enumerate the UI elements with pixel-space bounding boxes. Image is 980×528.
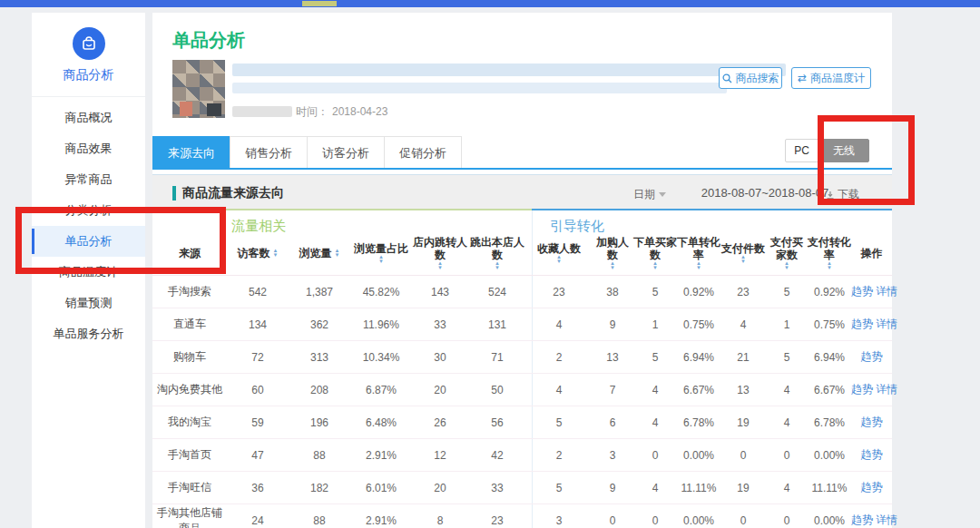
- cell-value: 4: [633, 384, 677, 396]
- cell-value: 6.78%: [808, 416, 851, 429]
- cell-value: 313: [289, 351, 350, 364]
- sort-icon[interactable]: ▲▼: [784, 261, 789, 270]
- col-header-加购人数[interactable]: 加购人数▲▼: [592, 236, 633, 270]
- col-header-浏览量[interactable]: 浏览量▲▼: [289, 247, 350, 259]
- cell-value: 6.78%: [677, 416, 720, 429]
- cell-value: 45.82%: [350, 286, 412, 298]
- tab-促销分析[interactable]: 促销分析: [384, 136, 462, 169]
- detail-link[interactable]: 详情: [876, 513, 897, 526]
- cell-value: 12: [412, 449, 468, 462]
- trend-link[interactable]: 趋势: [851, 318, 873, 330]
- table-row-手淘搜索: 手淘搜索5421,38745.82%143524233850.92%2350.9…: [152, 276, 892, 308]
- product-meta: 时间： 2018-04-23: [232, 105, 387, 118]
- sort-icon[interactable]: ▲▼: [610, 261, 615, 270]
- app-logo: 商品分析: [32, 13, 145, 97]
- trend-link[interactable]: 趋势: [851, 383, 873, 396]
- col-header-下单买家数[interactable]: 下单买家数▲▼: [633, 236, 677, 270]
- sort-icon[interactable]: ▲▼: [437, 261, 443, 270]
- cell-source: 手淘首页: [152, 447, 227, 463]
- cell-value: 0: [766, 449, 808, 462]
- conversion-group-title: 引导转化: [550, 218, 604, 235]
- col-header-浏览量占比[interactable]: 浏览量占比▲▼: [350, 242, 412, 264]
- sidebar-item-商品效果[interactable]: 商品效果: [32, 133, 145, 164]
- cell-value: 0: [720, 449, 766, 462]
- product-thermometer-button[interactable]: ⇄ 商品温度计: [791, 67, 871, 89]
- sort-icon[interactable]: ▲▼: [827, 261, 832, 270]
- table-body: 手淘搜索5421,38745.82%143524233850.92%2350.9…: [152, 276, 892, 528]
- cell-value: 6.94%: [808, 351, 851, 364]
- sort-icon[interactable]: ▲▼: [335, 249, 340, 258]
- tab-访客分析[interactable]: 访客分析: [307, 136, 384, 169]
- trend-link[interactable]: 趋势: [861, 416, 883, 428]
- cell-value: 19: [720, 416, 766, 429]
- cell-value: 2: [526, 449, 592, 462]
- cell-value: 20: [412, 384, 468, 396]
- date-range-picker[interactable]: 2018-08-07~2018-08-07: [692, 186, 838, 200]
- sidebar-item-销量预测[interactable]: 销量预测: [32, 288, 145, 318]
- sort-icon[interactable]: ▲▼: [495, 261, 500, 270]
- cell-value: 524: [468, 286, 526, 298]
- sort-icon[interactable]: ▲▼: [273, 249, 279, 258]
- cell-value: 5: [633, 286, 677, 298]
- col-header-支付买家数[interactable]: 支付买家数▲▼: [766, 236, 808, 270]
- sidebar-item-单品服务分析[interactable]: 单品服务分析: [32, 318, 145, 349]
- sidebar-item-异常商品[interactable]: 异常商品: [32, 164, 145, 195]
- sort-icon[interactable]: ▲▼: [740, 255, 746, 264]
- cell-value: 5: [766, 351, 808, 364]
- sidebar-item-商品概况[interactable]: 商品概况: [32, 103, 145, 133]
- cell-value: 23: [468, 514, 526, 527]
- col-header-收藏人数[interactable]: 收藏人数▲▼: [526, 242, 592, 264]
- cell-value: 30: [412, 351, 468, 364]
- col-header-访客数[interactable]: 访客数▲▼: [227, 247, 289, 259]
- cell-value: 6: [592, 416, 633, 429]
- tab-销售分析[interactable]: 销售分析: [230, 136, 307, 169]
- cell-value: 56: [468, 416, 526, 429]
- cell-value: 33: [468, 482, 526, 494]
- trend-link[interactable]: 趋势: [861, 448, 883, 461]
- cell-value: 182: [289, 482, 350, 494]
- table-group-titles: 流量相关 引导转化: [152, 210, 892, 234]
- trend-link[interactable]: 趋势: [851, 513, 873, 526]
- detail-link[interactable]: 详情: [876, 285, 897, 298]
- sort-icon[interactable]: ▲▼: [696, 261, 701, 270]
- detail-link[interactable]: 详情: [876, 383, 897, 396]
- date-dropdown[interactable]: 日期: [633, 187, 666, 202]
- sort-icon[interactable]: ▲▼: [378, 255, 384, 264]
- detail-link[interactable]: 详情: [876, 318, 897, 330]
- cell-value: 1,387: [289, 286, 350, 298]
- col-header-店内跳转人数[interactable]: 店内跳转人数▲▼: [412, 236, 468, 270]
- col-header-支付件数[interactable]: 支付件数▲▼: [720, 242, 766, 264]
- cell-value: 38: [592, 286, 633, 298]
- table-row-手淘其他店铺商品: 手淘其他店铺商品24882.91%8233000.00%000.00%趋势 详情: [152, 504, 892, 528]
- tabs-underline: [152, 168, 892, 170]
- thumbnail-detail: [180, 102, 192, 116]
- sort-icon[interactable]: ▲▼: [652, 261, 658, 270]
- section-title: 商品流量来源去向: [172, 185, 284, 201]
- col-header-支付转化率[interactable]: 支付转化率▲▼: [808, 236, 851, 270]
- table-row-手淘旺信: 手淘旺信361826.01%203359411.11%19411.11%趋势: [152, 472, 892, 504]
- cell-value: 72: [227, 351, 289, 364]
- cell-value: 11.11%: [808, 482, 851, 494]
- cell-actions: 趋势: [851, 480, 892, 495]
- table-row-购物车: 购物车7231310.34%307121356.94%2156.94%趋势: [152, 341, 892, 374]
- cell-value: 6.01%: [350, 482, 412, 494]
- trend-link[interactable]: 趋势: [851, 285, 873, 298]
- cell-value: 6.87%: [350, 384, 412, 396]
- toggle-pc-button[interactable]: PC: [785, 139, 818, 162]
- tab-来源去向[interactable]: 来源去向: [152, 136, 230, 169]
- analysis-tabs: 来源去向销售分析访客分析促销分析: [152, 136, 462, 169]
- cell-value: 0.00%: [677, 449, 720, 462]
- cell-source: 淘内免费其他: [152, 382, 227, 397]
- trend-link[interactable]: 趋势: [861, 350, 883, 363]
- product-subtitle-redacted: [232, 83, 727, 93]
- cell-actions: 趋势 详情: [851, 513, 892, 528]
- sort-icon[interactable]: ▲▼: [556, 255, 562, 264]
- screenshot-stage: 商品分析 商品概况商品效果异常商品分类分析单品分析商品温度计销量预测单品服务分析…: [0, 0, 980, 528]
- product-search-button[interactable]: 商品搜索: [719, 67, 782, 89]
- cell-value: 131: [468, 318, 526, 331]
- trend-link[interactable]: 趋势: [861, 481, 883, 494]
- cell-value: 2.91%: [350, 514, 412, 527]
- col-header-跳出本店人数[interactable]: 跳出本店人数▲▼: [468, 236, 526, 270]
- col-header-下单转化率[interactable]: 下单转化率▲▼: [677, 236, 720, 270]
- meta-redacted: [232, 106, 292, 117]
